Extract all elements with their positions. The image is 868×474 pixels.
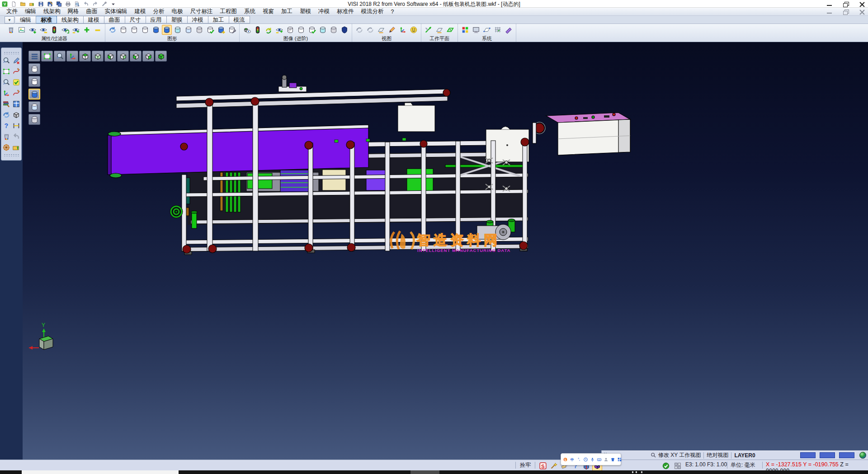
view-bottom-icon[interactable] [92,51,104,62]
refresh-shading-icon[interactable] [205,25,215,35]
hide-entities-icon[interactable] [38,25,48,35]
zoom-view-icon[interactable] [54,51,66,62]
delete-icon[interactable] [2,132,11,141]
view-smiley-icon[interactable] [409,25,419,35]
properties-paint-icon[interactable] [6,25,16,35]
render-settings-icon[interactable] [2,100,11,109]
fit-view-icon[interactable] [2,67,11,76]
system-plane-icon[interactable] [482,25,492,35]
hide-all-icon[interactable] [93,25,103,35]
ucs-axes-icon[interactable] [2,89,11,98]
emoji-icon[interactable] [583,456,589,463]
measure-icon[interactable] [12,121,21,130]
voice-input-icon[interactable] [590,456,595,463]
snap-lock-toggle[interactable]: 拴牢 [520,461,531,469]
view-sketch-icon[interactable] [387,25,397,35]
axonometric-icon[interactable] [66,51,78,62]
menu-item-17[interactable]: 模流分析 [358,7,387,16]
chinese-mode-icon[interactable]: 中 [569,456,575,463]
menu-item-6[interactable]: 建模 [131,7,150,16]
view-front-icon[interactable] [104,51,116,62]
tab-标准[interactable]: 标准 [36,16,57,24]
modify-spline-icon[interactable] [12,89,21,98]
menu-item-13[interactable]: 加工 [278,7,296,16]
striped-cylinder-icon[interactable] [285,25,295,35]
filter-traffic-light-icon[interactable] [49,25,59,35]
wireframe-display-icon[interactable] [28,63,40,74]
dynamic-rotate-icon[interactable] [354,25,364,35]
menu-item-16[interactable]: 标准件 [333,7,358,16]
undo-icon[interactable] [83,0,90,7]
tab-编辑[interactable]: 编辑 [15,16,36,24]
menu-item-10[interactable]: 工程图 [217,7,241,16]
layer-selector[interactable]: LAYER0 [734,452,755,459]
shaded-edges-mode-icon[interactable] [162,25,172,35]
menu-item-9[interactable]: 尺寸标注 [187,7,217,16]
doc-minimize-button[interactable] [826,9,833,14]
snap-stamp-icon[interactable]: S [538,461,548,471]
system-grid-icon[interactable] [493,25,503,35]
view-top-icon[interactable] [79,51,91,62]
tab-加工[interactable]: 加工 [208,16,229,24]
menu-item-4[interactable]: 曲面 [83,7,101,16]
show-entities-icon[interactable] [28,25,38,35]
menu-item-14[interactable]: 塑模 [296,7,315,16]
redo-icon[interactable] [92,0,99,7]
menu-item-18[interactable]: ? [387,8,398,15]
regenerate-icon[interactable] [2,110,11,119]
palette-grip-bottom[interactable] [4,154,19,156]
shaded-mode-icon[interactable] [151,25,161,35]
tap-tool-icon[interactable] [101,0,108,7]
menu-item-1[interactable]: 编辑 [21,7,40,16]
refresh-visibility-icon[interactable] [60,25,70,35]
menu-item-0[interactable]: 文件 [3,7,21,16]
close-button[interactable] [859,1,865,7]
visi-logo-icon[interactable]: V [1,0,8,7]
mesh-mode-icon[interactable] [194,25,204,35]
tab-塑膜[interactable]: 塑膜 [167,16,188,24]
open-recent-icon[interactable] [12,143,21,152]
tab-线架构[interactable]: 线架构 [57,16,84,24]
workplane-align-icon[interactable] [445,25,455,35]
menu-item-8[interactable]: 电极 [168,7,187,16]
user-account-icon[interactable] [603,456,609,463]
shaded-display-icon[interactable] [28,89,40,100]
view-right-icon[interactable] [142,51,154,62]
fit-all-icon[interactable] [41,51,53,62]
render-shield-icon[interactable] [340,25,349,35]
absolute-view-selector[interactable]: 绝对视图 [707,451,728,459]
confirm-selection-icon[interactable] [12,78,21,87]
zoom-dynamic-icon[interactable] [2,56,11,65]
tab-dropdown-button[interactable]: ▼ [5,16,14,24]
quick-toolbar-dropdown-icon[interactable] [110,0,117,7]
minimize-button[interactable] [826,1,833,7]
workplane-edit-icon[interactable] [434,25,444,35]
zoom-box-icon[interactable] [2,78,11,87]
menu-item-15[interactable]: 冲模 [315,7,333,16]
save-icon[interactable] [38,0,44,7]
cyan-cylinder-icon[interactable] [318,25,328,35]
workplane-swap-icon[interactable] [424,25,434,35]
help-icon[interactable]: ? [2,121,11,130]
mesh-display-icon[interactable] [28,114,40,125]
open-file-icon[interactable] [19,0,26,7]
save-all-icon[interactable] [56,0,62,7]
apply-shading-icon[interactable] [216,25,226,35]
restore-button[interactable] [843,1,849,7]
menu-item-5[interactable]: 实体编辑 [101,7,131,16]
sketch-curve-icon[interactable] [12,67,21,76]
tab-建模[interactable]: 建模 [84,16,104,24]
render-toggle-icon[interactable] [274,25,284,35]
viewport-3d[interactable]: 智造资料网 INTELLIGENT MANUFACTURING DATA Y [23,42,868,460]
navigate-wheel-icon[interactable] [2,143,11,152]
menu-item-2[interactable]: 线架构 [40,7,64,16]
hidden-line-display-icon[interactable] [28,76,40,87]
toggle-visibility-icon[interactable] [71,25,81,35]
dynamic-pan-icon[interactable] [365,25,375,35]
palette-grip[interactable] [4,52,19,54]
dashed-hidden-mode-icon[interactable] [140,25,150,35]
view-axes-icon[interactable] [398,25,408,35]
system-colors-icon[interactable] [460,25,470,35]
view-iso-icon[interactable] [155,51,167,62]
transparent-mode-icon[interactable] [173,25,183,35]
